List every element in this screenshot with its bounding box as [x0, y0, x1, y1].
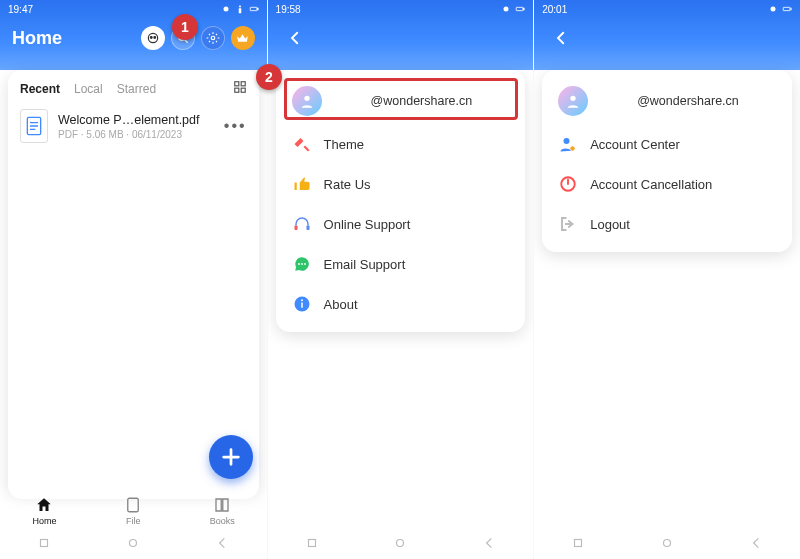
svg-rect-8 [234, 82, 238, 86]
svg-rect-1 [250, 7, 257, 10]
file-meta: PDF · 5.06 MB · 06/11/2023 [58, 129, 214, 140]
nav-recent-icon[interactable] [571, 536, 585, 554]
status-icons [221, 4, 259, 14]
svg-rect-20 [294, 226, 297, 231]
status-time: 20:01 [542, 4, 567, 15]
file-name: Welcome P…element.pdf [58, 113, 214, 127]
android-nav [0, 531, 267, 559]
premium-icon[interactable] [231, 26, 255, 50]
svg-point-4 [150, 37, 152, 39]
logout-icon [558, 214, 578, 234]
svg-rect-17 [516, 7, 523, 10]
svg-point-15 [130, 540, 137, 547]
settings-item-label: Rate Us [324, 177, 371, 192]
nav-home-icon[interactable] [393, 536, 407, 554]
settings-item-online-support[interactable]: Online Support [280, 204, 522, 244]
thumbs-up-icon [292, 174, 312, 194]
tab-starred[interactable]: Starred [117, 82, 156, 96]
bottom-tab-file[interactable]: File [103, 496, 163, 526]
status-time: 19:47 [8, 4, 33, 15]
settings-item-label: Theme [324, 137, 364, 152]
screen-home: 19:47 Home [0, 0, 267, 559]
account-email: @wondershare.cn [334, 94, 510, 108]
account-email: @wondershare.cn [600, 94, 776, 108]
settings-item-label: Online Support [324, 217, 411, 232]
nav-recent-icon[interactable] [305, 536, 319, 554]
more-icon[interactable]: ••• [224, 117, 247, 135]
svg-point-30 [770, 7, 775, 12]
tab-local[interactable]: Local [74, 82, 103, 96]
ai-icon[interactable] [141, 26, 165, 50]
svg-rect-37 [575, 540, 582, 547]
settings-card: @wondershare.cn Theme Rate Us Online Sup… [276, 70, 526, 332]
svg-rect-26 [301, 303, 303, 308]
svg-point-5 [153, 37, 155, 39]
content-card: Recent Local Starred Welcome P…element.p… [8, 70, 259, 499]
header: 19:47 Home [0, 0, 267, 70]
account-item-cancel[interactable]: Account Cancellation [546, 164, 788, 204]
settings-item-rate[interactable]: Rate Us [280, 164, 522, 204]
account-row[interactable]: @wondershare.cn [546, 78, 788, 124]
chat-icon [292, 254, 312, 274]
nav-back-icon[interactable] [749, 536, 763, 554]
bottom-tab-books[interactable]: Books [192, 496, 252, 526]
tab-recent[interactable]: Recent [20, 82, 60, 96]
nav-home-icon[interactable] [126, 536, 140, 554]
android-nav [268, 531, 534, 559]
svg-point-19 [304, 96, 309, 101]
header: 20:01 [534, 0, 800, 70]
svg-rect-21 [306, 226, 309, 231]
status-icons [501, 4, 525, 14]
android-nav [534, 531, 800, 559]
back-icon[interactable] [280, 23, 310, 53]
svg-rect-18 [524, 8, 525, 10]
bottom-tab-label: Books [210, 516, 235, 526]
fab-add-button[interactable] [209, 435, 253, 479]
svg-point-34 [564, 138, 570, 144]
nav-recent-icon[interactable] [37, 536, 51, 554]
power-icon [558, 174, 578, 194]
svg-rect-32 [790, 8, 791, 10]
nav-home-icon[interactable] [660, 536, 674, 554]
status-time: 19:58 [276, 4, 301, 15]
nav-back-icon[interactable] [215, 536, 229, 554]
account-row[interactable]: @wondershare.cn [280, 78, 522, 124]
bottom-tab-home[interactable]: Home [14, 496, 74, 526]
settings-item-theme[interactable]: Theme [280, 124, 522, 164]
settings-item-label: About [324, 297, 358, 312]
file-thumb-icon [20, 109, 48, 143]
svg-point-38 [663, 540, 670, 547]
svg-point-7 [211, 36, 215, 40]
header: 19:58 [268, 0, 534, 70]
svg-point-22 [298, 263, 300, 265]
svg-rect-31 [783, 7, 790, 10]
headset-icon [292, 214, 312, 234]
svg-rect-28 [308, 540, 315, 547]
view-mode-icon[interactable] [233, 80, 247, 97]
settings-icon[interactable] [201, 26, 225, 50]
svg-rect-2 [257, 8, 258, 10]
svg-point-0 [223, 7, 228, 12]
info-icon [292, 294, 312, 314]
status-bar: 19:47 [0, 0, 267, 18]
account-item-center[interactable]: Account Center [546, 124, 788, 164]
screen-account: 20:01 @wondershare.cn [533, 0, 800, 559]
account-item-label: Account Center [590, 137, 680, 152]
svg-rect-9 [241, 82, 245, 86]
user-gear-icon [558, 134, 578, 154]
back-icon[interactable] [546, 23, 576, 53]
avatar [558, 86, 588, 116]
svg-rect-14 [41, 540, 48, 547]
svg-rect-13 [128, 498, 139, 512]
bottom-tab-label: Home [32, 516, 56, 526]
svg-rect-10 [234, 88, 238, 92]
settings-item-email-support[interactable]: Email Support [280, 244, 522, 284]
settings-item-about[interactable]: About [280, 284, 522, 324]
nav-back-icon[interactable] [482, 536, 496, 554]
file-row[interactable]: Welcome P…element.pdf PDF · 5.06 MB · 06… [8, 103, 259, 153]
account-item-logout[interactable]: Logout [546, 204, 788, 244]
screen-settings: 19:58 @wondershare.cn [267, 0, 534, 559]
svg-point-35 [570, 146, 575, 151]
svg-point-23 [301, 263, 303, 265]
account-item-label: Logout [590, 217, 630, 232]
